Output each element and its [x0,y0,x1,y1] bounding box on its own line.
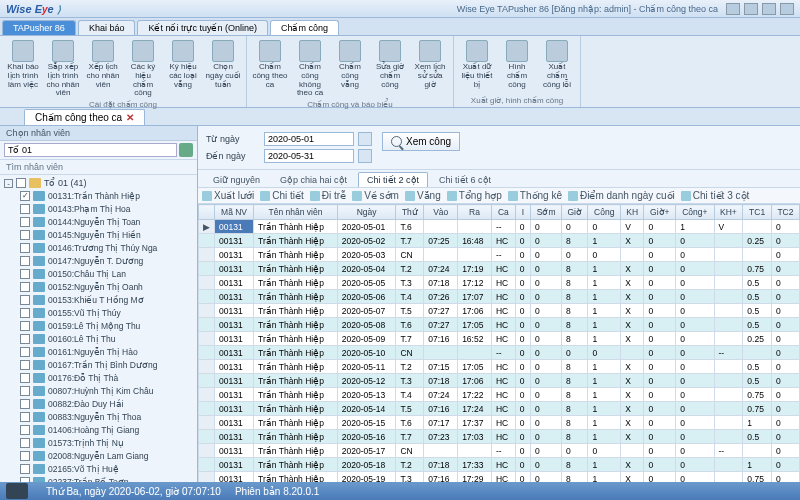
table-row[interactable]: 00131Trần Thành Hiệp2020-05-04T.207:2417… [199,262,800,276]
sub-tab[interactable]: Chi tiết 2 cột [358,172,428,187]
checkbox[interactable] [20,451,30,461]
toolbar-button[interactable]: Vắng [405,190,441,201]
tree-item[interactable]: 01406:Hoàng Thị Giang [2,423,195,436]
checkbox[interactable] [20,295,30,305]
tree-item[interactable]: 00176:Đỗ Thị Thà [2,371,195,384]
checkbox[interactable] [20,334,30,344]
ribbon-button[interactable]: Hình chấm công [498,38,536,91]
search-go-icon[interactable] [179,143,193,157]
ribbon-button[interactable]: Các ký hiệu chấm công [124,38,162,100]
checkbox[interactable] [20,464,30,474]
tree-item[interactable]: 00152:Nguyễn Thị Oanh [2,280,195,293]
column-header[interactable]: I [515,205,530,220]
tree-item[interactable]: 00146:Trương Thị Thúy Nga [2,241,195,254]
table-row[interactable]: 00131Trần Thành Hiệp2020-05-06T.407:2617… [199,290,800,304]
content-tab[interactable]: Chấm công theo ca ✕ [24,109,145,125]
from-date-input[interactable] [264,132,354,146]
window-controls[interactable] [726,3,794,15]
sub-tab[interactable]: Giữ nguyên [204,172,269,187]
toolbar-button[interactable]: Về sớm [352,190,399,201]
checkbox[interactable] [20,347,30,357]
column-header[interactable]: Ra [458,205,492,220]
table-row[interactable]: 00131Trần Thành Hiệp2020-05-19T.307:1617… [199,472,800,483]
tree-item[interactable]: 00145:Nguyễn Thị Hiền [2,228,195,241]
column-header[interactable]: Giờ+ [644,205,676,220]
checkbox[interactable] [20,373,30,383]
toolbar-button[interactable]: Xuất lưới [202,190,254,201]
tree-root[interactable]: - Tổ 01 (41) [2,177,195,189]
ribbon-button[interactable]: Chấm công không theo ca [291,38,329,100]
column-header[interactable]: Tên nhân viên [254,205,338,220]
main-tab[interactable]: Khai báo [78,20,136,35]
ribbon-button[interactable]: Chấm công vắng [331,38,369,100]
ribbon-button[interactable]: Khai báo lịch trình làm việc [4,38,42,100]
table-row[interactable]: 00131Trần Thành Hiệp2020-05-05T.307:1817… [199,276,800,290]
checkbox[interactable] [20,217,30,227]
column-header[interactable]: Mã NV [215,205,254,220]
toolbar-button[interactable]: Tổng hợp [447,190,502,201]
search-input[interactable] [4,143,177,157]
column-header[interactable]: Vào [424,205,458,220]
table-row[interactable]: 00131Trần Thành Hiệp2020-05-10CN--000000… [199,346,800,360]
calendar-icon[interactable] [358,149,372,163]
ribbon-button[interactable]: Sửa giờ chấm công [371,38,409,100]
view-button[interactable]: Xem công [382,132,460,151]
checkbox[interactable] [20,321,30,331]
table-row[interactable]: 00131Trần Thành Hiệp2020-05-02T.707:2516… [199,234,800,248]
table-row[interactable]: 00131Trần Thành Hiệp2020-05-15T.607:1717… [199,416,800,430]
checkbox[interactable] [20,282,30,292]
tree-item[interactable]: 02165:Võ Thị Huệ [2,462,195,475]
tree-item[interactable]: 00167:Trần Thị Bình Dương [2,358,195,371]
checkbox[interactable] [16,178,26,188]
main-tab[interactable]: Kết nối trực tuyến (Online) [137,20,268,35]
close-icon[interactable]: ✕ [126,112,134,123]
table-row[interactable]: 00131Trần Thành Hiệp2020-05-07T.507:2717… [199,304,800,318]
column-header[interactable]: KH+ [714,205,743,220]
to-date-input[interactable] [264,149,354,163]
ribbon-button[interactable]: Chấm công theo ca [251,38,289,100]
checkbox[interactable]: ✓ [20,191,30,201]
tree-item[interactable]: 00144:Nguyễn Thị Toan [2,215,195,228]
tree-item[interactable]: ✓00131:Trần Thành Hiệp [2,189,195,202]
tree-item[interactable]: 00807:Huỳnh Thị Kim Châu [2,384,195,397]
tree-item[interactable]: 00143:Phạm Thị Hoa [2,202,195,215]
ribbon-button[interactable]: Chọn ngày cuối tuần [204,38,242,100]
toolbar-button[interactable]: Điểm danh ngày cuối [568,190,675,201]
table-row[interactable]: 00131Trần Thành Hiệp2020-05-09T.707:1616… [199,332,800,346]
tree-item[interactable]: 02237:Trần Bổ Toơn [2,475,195,482]
tree-item[interactable]: 02008:Nguyễn Lam Giang [2,449,195,462]
checkbox[interactable] [20,256,30,266]
tree-item[interactable]: 00882:Đào Duy Hải [2,397,195,410]
ribbon-button[interactable]: Xếp lịch cho nhân viên [84,38,122,100]
table-row[interactable]: 00131Trần Thành Hiệp2020-05-12T.307:1817… [199,374,800,388]
column-header[interactable]: Ngày [337,205,396,220]
toolbar-button[interactable]: Chi tiết [260,190,304,201]
column-header[interactable]: KH [621,205,644,220]
main-tab[interactable]: Chấm công [270,20,339,35]
tree-item[interactable]: 00883:Nguyễn Thị Thoa [2,410,195,423]
table-row[interactable]: 00131Trần Thành Hiệp2020-05-14T.507:1617… [199,402,800,416]
checkbox[interactable] [20,386,30,396]
checkbox[interactable] [20,230,30,240]
column-header[interactable]: Ca [491,205,515,220]
tree-item[interactable]: 00155:Vũ Thị Thúy [2,306,195,319]
table-row[interactable]: 00131Trần Thành Hiệp2020-05-03CN--000000… [199,248,800,262]
table-row[interactable]: 00131Trần Thành Hiệp2020-05-11T.207:1517… [199,360,800,374]
ribbon-button[interactable]: Xem lịch sử sửa giờ [411,38,449,100]
checkbox[interactable] [20,308,30,318]
column-header[interactable]: Công+ [676,205,714,220]
toolbar-button[interactable]: Thống kê [508,190,562,201]
tree-item[interactable]: 01573:Trịnh Thị Nụ [2,436,195,449]
toolbar-button[interactable]: Chi tiết 3 cột [681,190,749,201]
column-header[interactable]: Công [588,205,621,220]
ribbon-button[interactable]: Xuất dữ liệu thiết bị [458,38,496,91]
checkbox[interactable] [20,438,30,448]
tree-item[interactable]: 00161:Nguyễn Thị Hào [2,345,195,358]
column-header[interactable]: TC1 [743,205,772,220]
main-tab[interactable]: TAPusher 86 [2,20,76,35]
checkbox[interactable] [20,204,30,214]
toolbar-button[interactable]: Đi trễ [310,190,346,201]
sub-tab[interactable]: Gộp chia hai cột [271,172,356,187]
checkbox[interactable] [20,243,30,253]
tree-item[interactable]: 00159:Lê Thị Mộng Thu [2,319,195,332]
